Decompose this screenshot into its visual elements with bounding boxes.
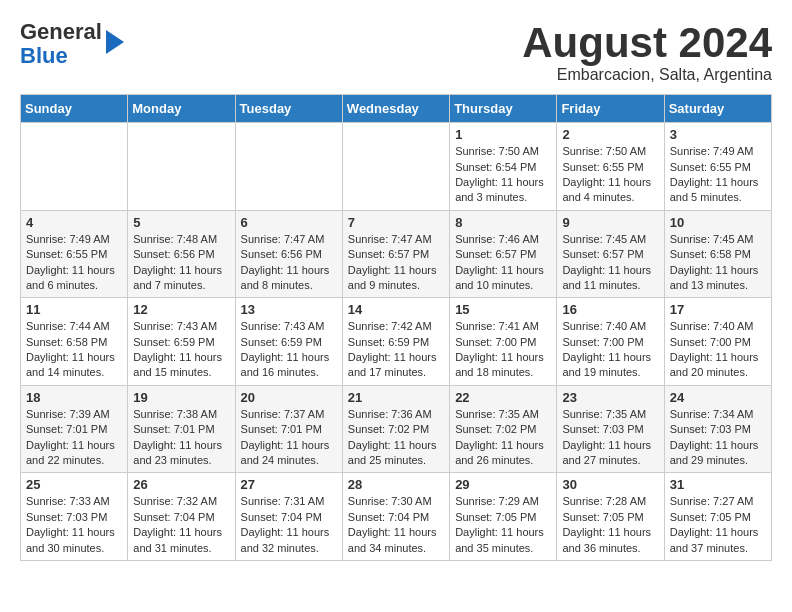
day-content: Sunrise: 7:46 AM Sunset: 6:57 PM Dayligh… <box>455 232 551 294</box>
calendar-cell: 24Sunrise: 7:34 AM Sunset: 7:03 PM Dayli… <box>664 385 771 473</box>
calendar-cell: 6Sunrise: 7:47 AM Sunset: 6:56 PM Daylig… <box>235 210 342 298</box>
day-content: Sunrise: 7:28 AM Sunset: 7:05 PM Dayligh… <box>562 494 658 556</box>
calendar-cell: 21Sunrise: 7:36 AM Sunset: 7:02 PM Dayli… <box>342 385 449 473</box>
calendar-cell <box>128 123 235 211</box>
day-number: 1 <box>455 127 551 142</box>
day-number: 6 <box>241 215 337 230</box>
calendar-cell: 22Sunrise: 7:35 AM Sunset: 7:02 PM Dayli… <box>450 385 557 473</box>
day-number: 8 <box>455 215 551 230</box>
day-number: 16 <box>562 302 658 317</box>
day-content: Sunrise: 7:29 AM Sunset: 7:05 PM Dayligh… <box>455 494 551 556</box>
day-number: 10 <box>670 215 766 230</box>
calendar-cell <box>342 123 449 211</box>
day-number: 29 <box>455 477 551 492</box>
day-content: Sunrise: 7:32 AM Sunset: 7:04 PM Dayligh… <box>133 494 229 556</box>
calendar-cell: 9Sunrise: 7:45 AM Sunset: 6:57 PM Daylig… <box>557 210 664 298</box>
day-number: 22 <box>455 390 551 405</box>
day-content: Sunrise: 7:34 AM Sunset: 7:03 PM Dayligh… <box>670 407 766 469</box>
location-subtitle: Embarcacion, Salta, Argentina <box>522 66 772 84</box>
day-number: 11 <box>26 302 122 317</box>
day-content: Sunrise: 7:47 AM Sunset: 6:57 PM Dayligh… <box>348 232 444 294</box>
calendar-cell: 4Sunrise: 7:49 AM Sunset: 6:55 PM Daylig… <box>21 210 128 298</box>
col-header-monday: Monday <box>128 95 235 123</box>
calendar-table: SundayMondayTuesdayWednesdayThursdayFrid… <box>20 94 772 561</box>
day-content: Sunrise: 7:35 AM Sunset: 7:02 PM Dayligh… <box>455 407 551 469</box>
calendar-cell: 26Sunrise: 7:32 AM Sunset: 7:04 PM Dayli… <box>128 473 235 561</box>
calendar-week-row: 1Sunrise: 7:50 AM Sunset: 6:54 PM Daylig… <box>21 123 772 211</box>
day-content: Sunrise: 7:49 AM Sunset: 6:55 PM Dayligh… <box>670 144 766 206</box>
col-header-thursday: Thursday <box>450 95 557 123</box>
logo-blue-text: Blue <box>20 43 68 68</box>
day-content: Sunrise: 7:48 AM Sunset: 6:56 PM Dayligh… <box>133 232 229 294</box>
day-number: 14 <box>348 302 444 317</box>
calendar-cell: 2Sunrise: 7:50 AM Sunset: 6:55 PM Daylig… <box>557 123 664 211</box>
day-number: 4 <box>26 215 122 230</box>
day-number: 17 <box>670 302 766 317</box>
calendar-cell: 23Sunrise: 7:35 AM Sunset: 7:03 PM Dayli… <box>557 385 664 473</box>
day-number: 20 <box>241 390 337 405</box>
calendar-week-row: 18Sunrise: 7:39 AM Sunset: 7:01 PM Dayli… <box>21 385 772 473</box>
calendar-cell: 14Sunrise: 7:42 AM Sunset: 6:59 PM Dayli… <box>342 298 449 386</box>
calendar-cell: 17Sunrise: 7:40 AM Sunset: 7:00 PM Dayli… <box>664 298 771 386</box>
day-content: Sunrise: 7:31 AM Sunset: 7:04 PM Dayligh… <box>241 494 337 556</box>
day-number: 15 <box>455 302 551 317</box>
day-content: Sunrise: 7:50 AM Sunset: 6:54 PM Dayligh… <box>455 144 551 206</box>
day-content: Sunrise: 7:50 AM Sunset: 6:55 PM Dayligh… <box>562 144 658 206</box>
calendar-cell: 7Sunrise: 7:47 AM Sunset: 6:57 PM Daylig… <box>342 210 449 298</box>
day-content: Sunrise: 7:45 AM Sunset: 6:58 PM Dayligh… <box>670 232 766 294</box>
day-content: Sunrise: 7:30 AM Sunset: 7:04 PM Dayligh… <box>348 494 444 556</box>
title-block: August 2024 Embarcacion, Salta, Argentin… <box>522 20 772 84</box>
day-number: 9 <box>562 215 658 230</box>
day-content: Sunrise: 7:45 AM Sunset: 6:57 PM Dayligh… <box>562 232 658 294</box>
day-content: Sunrise: 7:47 AM Sunset: 6:56 PM Dayligh… <box>241 232 337 294</box>
calendar-cell: 11Sunrise: 7:44 AM Sunset: 6:58 PM Dayli… <box>21 298 128 386</box>
day-number: 23 <box>562 390 658 405</box>
calendar-week-row: 25Sunrise: 7:33 AM Sunset: 7:03 PM Dayli… <box>21 473 772 561</box>
calendar-week-row: 11Sunrise: 7:44 AM Sunset: 6:58 PM Dayli… <box>21 298 772 386</box>
day-number: 18 <box>26 390 122 405</box>
day-content: Sunrise: 7:43 AM Sunset: 6:59 PM Dayligh… <box>241 319 337 381</box>
col-header-wednesday: Wednesday <box>342 95 449 123</box>
day-content: Sunrise: 7:40 AM Sunset: 7:00 PM Dayligh… <box>670 319 766 381</box>
col-header-friday: Friday <box>557 95 664 123</box>
col-header-sunday: Sunday <box>21 95 128 123</box>
logo-general-text: General <box>20 19 102 44</box>
calendar-cell <box>235 123 342 211</box>
day-number: 24 <box>670 390 766 405</box>
calendar-cell: 1Sunrise: 7:50 AM Sunset: 6:54 PM Daylig… <box>450 123 557 211</box>
calendar-cell: 12Sunrise: 7:43 AM Sunset: 6:59 PM Dayli… <box>128 298 235 386</box>
calendar-cell: 8Sunrise: 7:46 AM Sunset: 6:57 PM Daylig… <box>450 210 557 298</box>
calendar-cell: 19Sunrise: 7:38 AM Sunset: 7:01 PM Dayli… <box>128 385 235 473</box>
calendar-week-row: 4Sunrise: 7:49 AM Sunset: 6:55 PM Daylig… <box>21 210 772 298</box>
calendar-cell: 25Sunrise: 7:33 AM Sunset: 7:03 PM Dayli… <box>21 473 128 561</box>
day-number: 12 <box>133 302 229 317</box>
calendar-cell <box>21 123 128 211</box>
logo-arrow-icon <box>106 30 124 54</box>
calendar-cell: 10Sunrise: 7:45 AM Sunset: 6:58 PM Dayli… <box>664 210 771 298</box>
calendar-cell: 31Sunrise: 7:27 AM Sunset: 7:05 PM Dayli… <box>664 473 771 561</box>
day-content: Sunrise: 7:33 AM Sunset: 7:03 PM Dayligh… <box>26 494 122 556</box>
col-header-tuesday: Tuesday <box>235 95 342 123</box>
calendar-cell: 3Sunrise: 7:49 AM Sunset: 6:55 PM Daylig… <box>664 123 771 211</box>
calendar-cell: 20Sunrise: 7:37 AM Sunset: 7:01 PM Dayli… <box>235 385 342 473</box>
day-number: 28 <box>348 477 444 492</box>
day-number: 3 <box>670 127 766 142</box>
calendar-cell: 13Sunrise: 7:43 AM Sunset: 6:59 PM Dayli… <box>235 298 342 386</box>
day-number: 13 <box>241 302 337 317</box>
day-number: 5 <box>133 215 229 230</box>
day-number: 31 <box>670 477 766 492</box>
day-content: Sunrise: 7:43 AM Sunset: 6:59 PM Dayligh… <box>133 319 229 381</box>
day-content: Sunrise: 7:41 AM Sunset: 7:00 PM Dayligh… <box>455 319 551 381</box>
calendar-cell: 16Sunrise: 7:40 AM Sunset: 7:00 PM Dayli… <box>557 298 664 386</box>
day-number: 2 <box>562 127 658 142</box>
day-content: Sunrise: 7:49 AM Sunset: 6:55 PM Dayligh… <box>26 232 122 294</box>
day-number: 26 <box>133 477 229 492</box>
calendar-cell: 15Sunrise: 7:41 AM Sunset: 7:00 PM Dayli… <box>450 298 557 386</box>
day-content: Sunrise: 7:38 AM Sunset: 7:01 PM Dayligh… <box>133 407 229 469</box>
day-number: 27 <box>241 477 337 492</box>
day-content: Sunrise: 7:40 AM Sunset: 7:00 PM Dayligh… <box>562 319 658 381</box>
month-title: August 2024 <box>522 20 772 66</box>
day-number: 21 <box>348 390 444 405</box>
day-content: Sunrise: 7:42 AM Sunset: 6:59 PM Dayligh… <box>348 319 444 381</box>
day-content: Sunrise: 7:44 AM Sunset: 6:58 PM Dayligh… <box>26 319 122 381</box>
